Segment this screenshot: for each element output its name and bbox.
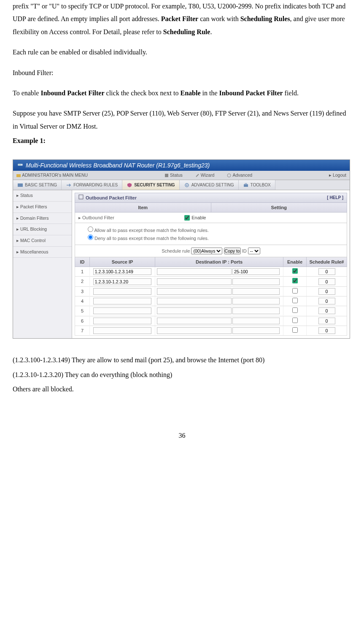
- advanced-icon: [227, 173, 231, 178]
- rule-enable-checkbox[interactable]: [292, 327, 298, 333]
- main-menu-bar: ADMINISTRATOR's MAIN MENU Status Wizard …: [13, 171, 350, 180]
- tab-advanced-setting[interactable]: ADVANCED SETTING: [180, 180, 239, 190]
- tab-toolbox[interactable]: TOOLBOX: [239, 180, 275, 190]
- row-id: 5: [75, 307, 90, 315]
- rule-enable-checkbox[interactable]: [292, 318, 298, 323]
- rule-enable-checkbox[interactable]: [292, 307, 298, 313]
- doc-paragraph-2: Each rule can be enabled or disabled ind…: [13, 46, 351, 59]
- source-ip-input[interactable]: [93, 288, 152, 295]
- menu-logout[interactable]: ▸ Logout: [329, 172, 346, 178]
- svg-rect-3: [16, 174, 21, 177]
- rule-enable-checkbox[interactable]: [292, 278, 298, 283]
- dest-ip-input[interactable]: [157, 268, 232, 275]
- schedule-rule-input[interactable]: [318, 318, 335, 324]
- dest-ip-input[interactable]: [157, 288, 232, 295]
- tab-basic-setting[interactable]: BASIC SETTING: [13, 180, 62, 190]
- sidebar-item-domain-filters[interactable]: ▸ Domain Filters: [13, 213, 72, 224]
- doc-paragraph-1: prefix "T" or "U" to specify TCP or UDP …: [13, 0, 351, 38]
- schedule-rule-input[interactable]: [318, 298, 335, 304]
- schedule-select[interactable]: (00)Always: [191, 248, 222, 254]
- table-row: 5: [75, 306, 347, 316]
- dest-ip-input[interactable]: [157, 327, 232, 334]
- panel-icon: [78, 194, 84, 201]
- id-select[interactable]: --: [248, 248, 260, 254]
- help-link[interactable]: [ HELP ]: [327, 195, 343, 200]
- table-row: 2: [75, 277, 347, 286]
- id-label: ID: [242, 248, 247, 253]
- source-ip-input[interactable]: [93, 307, 152, 314]
- panel-title: Outbound Packet Filter: [86, 195, 137, 201]
- rule-enable-checkbox[interactable]: [292, 298, 298, 303]
- tab-security-setting[interactable]: SECURITY SETTING: [122, 180, 180, 190]
- table-row: 4: [75, 296, 347, 306]
- dest-ip-input[interactable]: [157, 318, 232, 324]
- radio-allow-row[interactable]: Allow all to pass except those match the…: [88, 226, 334, 233]
- sidebar-item-miscellaneous[interactable]: ▸ Miscellaneous: [13, 247, 72, 258]
- dest-port-input[interactable]: [232, 278, 280, 285]
- menu-advanced[interactable]: Advanced: [227, 172, 252, 178]
- col-item: Item: [75, 203, 211, 212]
- source-ip-input[interactable]: [93, 327, 152, 334]
- tab-forwarding-rules[interactable]: FORWARDING RULES: [62, 180, 122, 190]
- svg-point-5: [227, 174, 231, 177]
- outbound-filter-label: Outbound Filter: [82, 215, 114, 220]
- table-row: 7: [75, 326, 347, 336]
- doc-example-1-heading: Example 1:: [13, 135, 351, 147]
- row-id: 7: [75, 326, 90, 335]
- source-ip-input[interactable]: [93, 268, 152, 275]
- dest-port-input[interactable]: [232, 298, 280, 304]
- page-number: 36: [13, 429, 351, 442]
- svg-rect-11: [79, 195, 83, 199]
- row-id: 6: [75, 317, 90, 325]
- schedule-rule-input[interactable]: [318, 327, 335, 334]
- col-setting: Setting: [211, 203, 347, 212]
- dest-port-input[interactable]: [232, 318, 280, 324]
- filter-mode-block: Allow all to pass except those match the…: [75, 223, 347, 245]
- menu-wizard[interactable]: Wizard: [195, 172, 215, 178]
- source-ip-input[interactable]: [93, 318, 152, 324]
- svg-point-2: [20, 164, 20, 165]
- sidebar-item-packet-filters[interactable]: ▸ Packet Filters: [13, 202, 72, 213]
- radio-deny[interactable]: [88, 234, 93, 240]
- row-id: 3: [75, 287, 90, 296]
- rules-table-body: 1234567: [75, 267, 347, 336]
- dest-ip-input[interactable]: [157, 278, 232, 285]
- svg-point-8: [186, 184, 187, 186]
- dest-port-input[interactable]: [232, 307, 280, 314]
- schedule-rule-input[interactable]: [318, 268, 335, 275]
- table-row: 1: [75, 267, 347, 277]
- copy-to-button[interactable]: Copy to: [224, 248, 241, 254]
- rule-enable-checkbox[interactable]: [292, 268, 298, 274]
- radio-allow[interactable]: [88, 226, 93, 232]
- sidebar-item-url-blocking[interactable]: ▸ URL Blocking: [13, 224, 72, 235]
- col-header-schedule-rule: Schedule Rule#: [307, 257, 347, 267]
- source-ip-input[interactable]: [93, 298, 152, 304]
- panel-header: Outbound Packet Filter [ HELP ]: [75, 193, 347, 202]
- doc-paragraph-4: To enable Inbound Packet Filter click th…: [13, 87, 351, 100]
- dest-port-input[interactable]: [232, 288, 280, 295]
- enable-outbound-checkbox[interactable]: [184, 215, 190, 221]
- radio-deny-row[interactable]: Deny all to pass except those match the …: [88, 234, 334, 241]
- rule-enable-checkbox[interactable]: [292, 288, 298, 294]
- sidebar-item-status[interactable]: ▸ Status: [13, 190, 72, 202]
- schedule-label: Schedule rule: [162, 248, 190, 253]
- security-sidebar: ▸ Status ▸ Packet Filters ▸ Domain Filte…: [13, 190, 72, 338]
- schedule-rule-input[interactable]: [318, 278, 335, 285]
- window-title-bar: Multi-Functional Wireless Broadband NAT …: [13, 160, 350, 171]
- item-setting-header: Item Setting: [75, 203, 347, 213]
- enable-label: Enable: [191, 215, 206, 221]
- dest-ip-input[interactable]: [157, 298, 232, 304]
- dest-ip-input[interactable]: [157, 307, 232, 314]
- settings-tab-bar: BASIC SETTING FORWARDING RULES SECURITY …: [13, 180, 350, 190]
- security-icon: [127, 183, 132, 188]
- menu-status[interactable]: Status: [164, 172, 183, 178]
- dest-port-input[interactable]: [232, 327, 280, 334]
- schedule-rule-input[interactable]: [318, 288, 335, 295]
- schedule-rule-input[interactable]: [318, 307, 335, 314]
- source-ip-input[interactable]: [93, 278, 152, 285]
- sidebar-item-mac-control[interactable]: ▸ MAC Control: [13, 235, 72, 247]
- dest-port-input[interactable]: [232, 268, 280, 275]
- col-header-dest-ip-ports: Destination IP : Ports: [155, 257, 283, 267]
- toolbox-icon: [243, 183, 249, 188]
- table-row: 3: [75, 287, 347, 296]
